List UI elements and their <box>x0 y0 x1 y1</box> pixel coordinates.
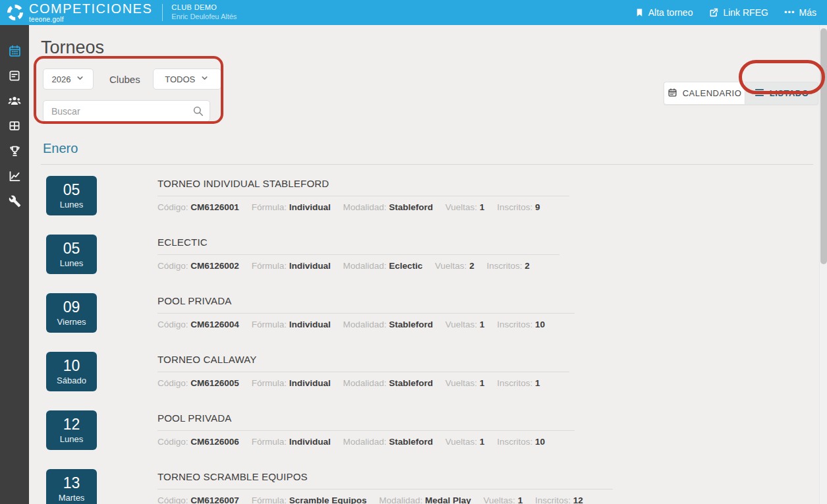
sidebar-item-trophy[interactable] <box>0 138 29 163</box>
date-weekday: Sábado <box>57 376 86 386</box>
date-badge[interactable]: 05 Lunes <box>46 176 97 215</box>
vueltas-label: Vueltas: <box>484 495 515 504</box>
listado-label: LISTADO <box>770 88 809 98</box>
tournament-title[interactable]: POOL PRIVADA <box>157 412 575 424</box>
modalidad-value: Stableford <box>389 378 433 388</box>
app-subtitle: teeone.golf <box>29 16 152 23</box>
search-icon <box>192 105 204 120</box>
vueltas-label: Vueltas: <box>445 437 477 447</box>
date-badge[interactable]: 05 Lunes <box>46 235 97 274</box>
sidebar-item-grid[interactable] <box>0 113 29 138</box>
calendario-button[interactable]: CALENDARIO <box>664 82 745 105</box>
modalidad-value: Medal Play <box>425 495 471 504</box>
tournament-title[interactable]: TORNEO SCRAMBLE EQUIPOS <box>157 471 613 482</box>
tournament-title[interactable]: TORNEO INDIVIDUAL STABLEFORD <box>157 178 569 189</box>
codigo-value: CM6126002 <box>190 261 239 271</box>
players-icon <box>7 94 22 108</box>
tournament-title[interactable]: TORNEO CALLAWAY <box>157 354 569 365</box>
codigo-label: Código: <box>157 320 188 329</box>
vueltas-value: 1 <box>480 202 485 212</box>
calendario-label: CALENDARIO <box>683 88 742 98</box>
modalidad-label: Modalidad: <box>343 437 386 447</box>
link-rfeg-button[interactable]: Link RFEG <box>708 7 768 18</box>
inscritos-value: 2 <box>525 261 530 271</box>
inscritos-value: 10 <box>535 320 545 329</box>
sidebar-item-players[interactable] <box>0 88 29 113</box>
stats-chart-icon <box>8 169 22 183</box>
vueltas-value: 1 <box>480 437 485 447</box>
grid-icon <box>8 119 21 132</box>
sidebar-item-stats[interactable] <box>0 163 29 188</box>
tournament-row: 05 Lunes ECLECTIC Código: CM6126002 Fórm… <box>46 235 806 274</box>
modalidad-label: Modalidad: <box>343 202 386 212</box>
main-content: Torneos 2026 Clubes TODOS CALENDARIO <box>29 25 819 504</box>
modalidad-value: Stableford <box>389 437 433 447</box>
codigo-value: CM6126007 <box>190 495 239 504</box>
formula-label: Fórmula: <box>252 320 287 329</box>
inscritos-label: Inscritos: <box>497 437 532 447</box>
month-divider <box>41 164 813 165</box>
formula-label: Fórmula: <box>252 261 287 271</box>
inscritos-value: 9 <box>535 202 540 212</box>
vueltas-value: 1 <box>480 378 485 388</box>
codigo-label: Código: <box>157 495 188 504</box>
vueltas-label: Vueltas: <box>445 320 477 329</box>
date-day: 13 <box>63 474 80 491</box>
date-weekday: Lunes <box>60 259 83 269</box>
date-weekday: Lunes <box>60 435 83 445</box>
tournament-meta: Código: CM6126006 Fórmula: Individual Mo… <box>157 430 575 447</box>
vueltas-label: Vueltas: <box>435 261 467 271</box>
date-badge[interactable]: 10 Sábado <box>46 352 97 391</box>
bookmark-icon <box>635 7 644 18</box>
tournament-title[interactable]: POOL PRIVADA <box>157 295 575 306</box>
tournament-meta: Código: CM6126007 Fórmula: Scramble Equi… <box>157 489 613 504</box>
date-badge[interactable]: 13 Martes <box>46 469 97 504</box>
date-badge[interactable]: 09 Viernes <box>46 293 97 333</box>
listado-button[interactable]: LISTADO <box>745 82 818 105</box>
alta-torneo-button[interactable]: Alta torneo <box>635 7 693 18</box>
calendar-icon <box>8 44 22 58</box>
vueltas-label: Vueltas: <box>445 378 477 388</box>
vueltas-value: 1 <box>480 320 485 329</box>
formula-value: Individual <box>289 202 331 212</box>
mas-label: Más <box>799 7 816 18</box>
club-name: CLUB DEMO <box>171 3 237 13</box>
scrollbar-thumb[interactable] <box>820 28 827 264</box>
sidebar-item-calendar[interactable] <box>0 38 29 63</box>
top-header: COMPETICIONES teeone.golf CLUB DEMO Enri… <box>0 0 827 25</box>
chevron-down-icon <box>200 74 209 84</box>
date-badge[interactable]: 12 Lunes <box>46 410 97 450</box>
external-link-icon <box>708 7 719 18</box>
sidebar-item-document[interactable] <box>0 63 29 88</box>
clubs-dropdown[interactable]: TODOS <box>153 69 221 90</box>
app-title: COMPETICIONES <box>29 2 152 15</box>
year-dropdown[interactable]: 2026 <box>43 69 94 90</box>
chevron-down-icon <box>76 74 84 84</box>
brand: COMPETICIONES teeone.golf <box>29 2 152 23</box>
ellipsis-icon: ••• <box>784 8 795 16</box>
codigo-label: Código: <box>157 261 188 271</box>
formula-value: Individual <box>289 320 331 329</box>
club-block: CLUB DEMO Enric Deulofeu Altés <box>171 3 237 22</box>
date-weekday: Viernes <box>57 318 86 327</box>
scrollbar-track[interactable] <box>819 25 827 504</box>
date-day: 05 <box>63 240 80 257</box>
year-value: 2026 <box>52 74 71 84</box>
formula-value: Individual <box>289 378 331 388</box>
sidebar-item-settings[interactable] <box>0 188 29 213</box>
inscritos-label: Inscritos: <box>497 378 532 388</box>
tournament-title[interactable]: ECLECTIC <box>157 237 559 248</box>
inscritos-label: Inscritos: <box>486 261 522 271</box>
date-weekday: Martes <box>59 493 85 503</box>
modalidad-label: Modalidad: <box>343 320 386 329</box>
formula-value: Individual <box>289 261 331 271</box>
mas-button[interactable]: ••• Más <box>784 7 816 18</box>
search-input[interactable] <box>43 100 210 122</box>
header-divider <box>162 4 163 21</box>
inscritos-value: 10 <box>535 437 545 447</box>
month-header: Enero <box>43 141 806 156</box>
tournament-meta: Código: CM6126005 Fórmula: Individual Mo… <box>157 372 569 388</box>
tournament-row: 09 Viernes POOL PRIVADA Código: CM612600… <box>46 293 806 333</box>
codigo-value: CM6126004 <box>190 320 239 329</box>
modalidad-label: Modalidad: <box>343 261 386 271</box>
